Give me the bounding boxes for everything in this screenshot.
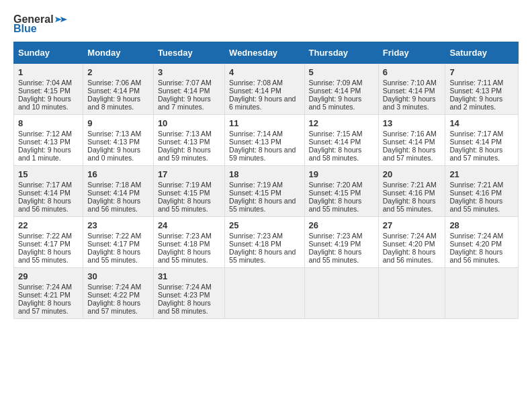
day-number: 10 — [158, 118, 220, 128]
day-info: Sunrise: 7:23 AM Sunset: 4:18 PM Dayligh… — [229, 232, 296, 264]
day-info: Sunrise: 7:11 AM Sunset: 4:13 PM Dayligh… — [449, 79, 503, 111]
day-info: Sunrise: 7:16 AM Sunset: 4:14 PM Dayligh… — [383, 130, 437, 162]
calendar-cell: 29Sunrise: 7:24 AM Sunset: 4:21 PM Dayli… — [14, 268, 83, 319]
calendar-cell — [304, 268, 378, 319]
day-number: 28 — [449, 220, 514, 230]
day-number: 22 — [18, 220, 79, 230]
calendar-cell: 31Sunrise: 7:24 AM Sunset: 4:23 PM Dayli… — [153, 268, 224, 319]
calendar-cell: 12Sunrise: 7:15 AM Sunset: 4:14 PM Dayli… — [304, 115, 378, 166]
day-number: 27 — [383, 220, 441, 230]
day-info: Sunrise: 7:22 AM Sunset: 4:17 PM Dayligh… — [18, 232, 72, 264]
header-cell-tuesday: Tuesday — [153, 42, 224, 64]
day-number: 17 — [158, 169, 220, 179]
calendar-cell — [225, 268, 304, 319]
day-number: 19 — [309, 169, 374, 179]
calendar-cell: 20Sunrise: 7:21 AM Sunset: 4:16 PM Dayli… — [378, 166, 445, 217]
day-number: 3 — [158, 67, 220, 77]
day-number: 2 — [87, 67, 149, 77]
day-number: 1 — [18, 67, 79, 77]
calendar-cell: 24Sunrise: 7:23 AM Sunset: 4:18 PM Dayli… — [153, 217, 224, 268]
day-number: 13 — [383, 118, 441, 128]
week-row-2: 8Sunrise: 7:12 AM Sunset: 4:13 PM Daylig… — [14, 115, 519, 166]
day-info: Sunrise: 7:14 AM Sunset: 4:13 PM Dayligh… — [229, 130, 296, 162]
week-row-4: 22Sunrise: 7:22 AM Sunset: 4:17 PM Dayli… — [14, 217, 519, 268]
day-number: 9 — [87, 118, 149, 128]
calendar-cell: 2Sunrise: 7:06 AM Sunset: 4:14 PM Daylig… — [83, 64, 154, 115]
week-row-1: 1Sunrise: 7:04 AM Sunset: 4:15 PM Daylig… — [14, 64, 519, 115]
calendar-cell: 5Sunrise: 7:09 AM Sunset: 4:14 PM Daylig… — [304, 64, 378, 115]
week-row-5: 29Sunrise: 7:24 AM Sunset: 4:21 PM Dayli… — [14, 268, 519, 319]
calendar-cell: 17Sunrise: 7:19 AM Sunset: 4:15 PM Dayli… — [153, 166, 224, 217]
day-info: Sunrise: 7:06 AM Sunset: 4:14 PM Dayligh… — [87, 79, 141, 111]
calendar-cell: 28Sunrise: 7:24 AM Sunset: 4:20 PM Dayli… — [445, 217, 519, 268]
day-info: Sunrise: 7:21 AM Sunset: 4:16 PM Dayligh… — [383, 181, 437, 213]
day-number: 20 — [383, 169, 441, 179]
day-number: 5 — [309, 67, 374, 77]
day-info: Sunrise: 7:24 AM Sunset: 4:22 PM Dayligh… — [87, 283, 141, 315]
day-number: 16 — [87, 169, 149, 179]
day-number: 23 — [87, 220, 149, 230]
day-number: 15 — [18, 169, 79, 179]
day-number: 8 — [18, 118, 79, 128]
day-number: 12 — [309, 118, 374, 128]
day-number: 11 — [229, 118, 300, 128]
calendar-cell: 19Sunrise: 7:20 AM Sunset: 4:15 PM Dayli… — [304, 166, 378, 217]
week-row-3: 15Sunrise: 7:17 AM Sunset: 4:14 PM Dayli… — [14, 166, 519, 217]
calendar-cell: 26Sunrise: 7:23 AM Sunset: 4:19 PM Dayli… — [304, 217, 378, 268]
calendar-cell: 22Sunrise: 7:22 AM Sunset: 4:17 PM Dayli… — [14, 217, 83, 268]
svg-marker-1 — [55, 17, 62, 22]
day-info: Sunrise: 7:17 AM Sunset: 4:14 PM Dayligh… — [449, 130, 503, 162]
day-info: Sunrise: 7:24 AM Sunset: 4:20 PM Dayligh… — [449, 232, 503, 264]
day-info: Sunrise: 7:09 AM Sunset: 4:14 PM Dayligh… — [309, 79, 363, 111]
calendar-cell — [378, 268, 445, 319]
day-info: Sunrise: 7:19 AM Sunset: 4:15 PM Dayligh… — [158, 181, 212, 213]
day-info: Sunrise: 7:23 AM Sunset: 4:18 PM Dayligh… — [158, 232, 212, 264]
calendar-cell: 21Sunrise: 7:21 AM Sunset: 4:16 PM Dayli… — [445, 166, 519, 217]
header-cell-wednesday: Wednesday — [225, 42, 304, 64]
day-info: Sunrise: 7:19 AM Sunset: 4:15 PM Dayligh… — [229, 181, 296, 213]
day-info: Sunrise: 7:21 AM Sunset: 4:16 PM Dayligh… — [449, 181, 503, 213]
day-info: Sunrise: 7:08 AM Sunset: 4:14 PM Dayligh… — [229, 79, 296, 111]
day-info: Sunrise: 7:12 AM Sunset: 4:13 PM Dayligh… — [18, 130, 72, 162]
calendar-cell: 8Sunrise: 7:12 AM Sunset: 4:13 PM Daylig… — [14, 115, 83, 166]
day-number: 29 — [18, 271, 79, 281]
calendar-table: SundayMondayTuesdayWednesdayThursdayFrid… — [13, 42, 519, 319]
header-cell-saturday: Saturday — [445, 42, 519, 64]
day-number: 26 — [309, 220, 374, 230]
day-info: Sunrise: 7:13 AM Sunset: 4:13 PM Dayligh… — [158, 130, 212, 162]
day-number: 30 — [87, 271, 149, 281]
day-info: Sunrise: 7:15 AM Sunset: 4:14 PM Dayligh… — [309, 130, 363, 162]
calendar-cell: 15Sunrise: 7:17 AM Sunset: 4:14 PM Dayli… — [14, 166, 83, 217]
day-info: Sunrise: 7:24 AM Sunset: 4:23 PM Dayligh… — [158, 283, 212, 315]
day-info: Sunrise: 7:07 AM Sunset: 4:14 PM Dayligh… — [158, 79, 212, 111]
day-info: Sunrise: 7:18 AM Sunset: 4:14 PM Dayligh… — [87, 181, 141, 213]
header-cell-sunday: Sunday — [14, 42, 83, 64]
logo-bird-icon — [55, 14, 69, 25]
calendar-cell: 10Sunrise: 7:13 AM Sunset: 4:13 PM Dayli… — [153, 115, 224, 166]
day-info: Sunrise: 7:10 AM Sunset: 4:14 PM Dayligh… — [383, 79, 437, 111]
header-cell-friday: Friday — [378, 42, 445, 64]
header-cell-monday: Monday — [83, 42, 154, 64]
day-number: 18 — [229, 169, 300, 179]
calendar-cell: 30Sunrise: 7:24 AM Sunset: 4:22 PM Dayli… — [83, 268, 154, 319]
day-number: 7 — [449, 67, 514, 77]
calendar-cell: 23Sunrise: 7:22 AM Sunset: 4:17 PM Dayli… — [83, 217, 154, 268]
logo-blue: Blue — [13, 23, 37, 35]
day-info: Sunrise: 7:13 AM Sunset: 4:13 PM Dayligh… — [87, 130, 141, 162]
calendar-cell: 7Sunrise: 7:11 AM Sunset: 4:13 PM Daylig… — [445, 64, 519, 115]
day-number: 6 — [383, 67, 441, 77]
calendar-cell: 1Sunrise: 7:04 AM Sunset: 4:15 PM Daylig… — [14, 64, 83, 115]
day-info: Sunrise: 7:22 AM Sunset: 4:17 PM Dayligh… — [87, 232, 141, 264]
calendar-cell: 4Sunrise: 7:08 AM Sunset: 4:14 PM Daylig… — [225, 64, 304, 115]
day-info: Sunrise: 7:20 AM Sunset: 4:15 PM Dayligh… — [309, 181, 363, 213]
calendar-cell: 25Sunrise: 7:23 AM Sunset: 4:18 PM Dayli… — [225, 217, 304, 268]
calendar-cell: 27Sunrise: 7:24 AM Sunset: 4:20 PM Dayli… — [378, 217, 445, 268]
calendar-cell: 18Sunrise: 7:19 AM Sunset: 4:15 PM Dayli… — [225, 166, 304, 217]
calendar-cell: 11Sunrise: 7:14 AM Sunset: 4:13 PM Dayli… — [225, 115, 304, 166]
day-number: 25 — [229, 220, 300, 230]
calendar-cell: 14Sunrise: 7:17 AM Sunset: 4:14 PM Dayli… — [445, 115, 519, 166]
calendar-cell — [445, 268, 519, 319]
calendar-cell: 16Sunrise: 7:18 AM Sunset: 4:14 PM Dayli… — [83, 166, 154, 217]
day-number: 4 — [229, 67, 300, 77]
day-number: 24 — [158, 220, 220, 230]
